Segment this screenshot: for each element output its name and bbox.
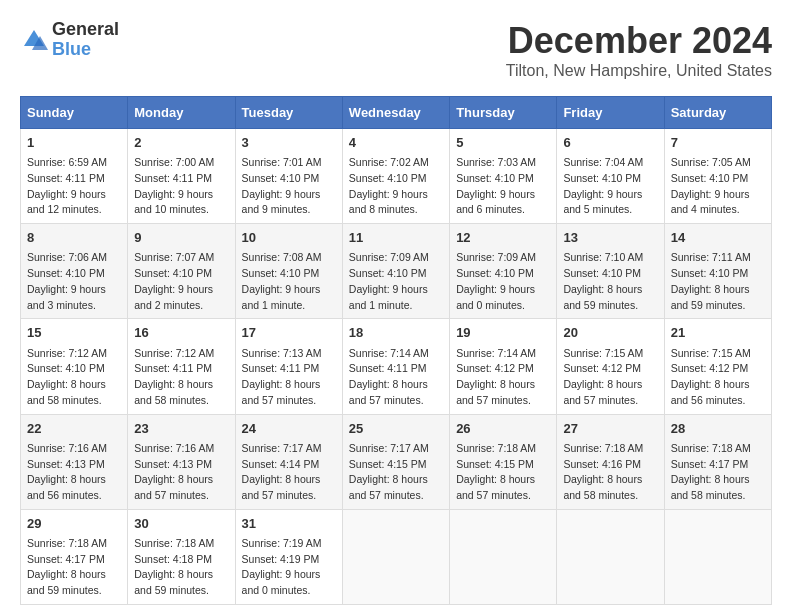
calendar-cell: 20Sunrise: 7:15 AM Sunset: 4:12 PM Dayli…	[557, 319, 664, 414]
calendar-cell: 9Sunrise: 7:07 AM Sunset: 4:10 PM Daylig…	[128, 224, 235, 319]
calendar-cell: 1Sunrise: 6:59 AM Sunset: 4:11 PM Daylig…	[21, 129, 128, 224]
calendar-cell: 26Sunrise: 7:18 AM Sunset: 4:15 PM Dayli…	[450, 414, 557, 509]
day-info: Sunrise: 6:59 AM Sunset: 4:11 PM Dayligh…	[27, 155, 121, 218]
day-number: 31	[242, 515, 336, 533]
week-row-2: 8Sunrise: 7:06 AM Sunset: 4:10 PM Daylig…	[21, 224, 772, 319]
day-number: 10	[242, 229, 336, 247]
day-number: 9	[134, 229, 228, 247]
day-info: Sunrise: 7:02 AM Sunset: 4:10 PM Dayligh…	[349, 155, 443, 218]
calendar-cell: 5Sunrise: 7:03 AM Sunset: 4:10 PM Daylig…	[450, 129, 557, 224]
calendar-cell: 4Sunrise: 7:02 AM Sunset: 4:10 PM Daylig…	[342, 129, 449, 224]
day-number: 17	[242, 324, 336, 342]
day-info: Sunrise: 7:14 AM Sunset: 4:12 PM Dayligh…	[456, 346, 550, 409]
header-day-saturday: Saturday	[664, 97, 771, 129]
calendar-cell: 18Sunrise: 7:14 AM Sunset: 4:11 PM Dayli…	[342, 319, 449, 414]
day-info: Sunrise: 7:04 AM Sunset: 4:10 PM Dayligh…	[563, 155, 657, 218]
calendar-cell: 21Sunrise: 7:15 AM Sunset: 4:12 PM Dayli…	[664, 319, 771, 414]
day-info: Sunrise: 7:12 AM Sunset: 4:10 PM Dayligh…	[27, 346, 121, 409]
day-info: Sunrise: 7:15 AM Sunset: 4:12 PM Dayligh…	[671, 346, 765, 409]
calendar-cell: 31Sunrise: 7:19 AM Sunset: 4:19 PM Dayli…	[235, 509, 342, 604]
day-number: 29	[27, 515, 121, 533]
day-number: 30	[134, 515, 228, 533]
day-number: 20	[563, 324, 657, 342]
day-info: Sunrise: 7:17 AM Sunset: 4:14 PM Dayligh…	[242, 441, 336, 504]
header-day-wednesday: Wednesday	[342, 97, 449, 129]
day-info: Sunrise: 7:07 AM Sunset: 4:10 PM Dayligh…	[134, 250, 228, 313]
title-section: December 2024 Tilton, New Hampshire, Uni…	[506, 20, 772, 80]
calendar-cell: 27Sunrise: 7:18 AM Sunset: 4:16 PM Dayli…	[557, 414, 664, 509]
day-number: 1	[27, 134, 121, 152]
calendar-cell: 8Sunrise: 7:06 AM Sunset: 4:10 PM Daylig…	[21, 224, 128, 319]
day-number: 8	[27, 229, 121, 247]
day-number: 16	[134, 324, 228, 342]
day-number: 22	[27, 420, 121, 438]
month-title: December 2024	[506, 20, 772, 62]
calendar-cell: 2Sunrise: 7:00 AM Sunset: 4:11 PM Daylig…	[128, 129, 235, 224]
calendar-cell: 15Sunrise: 7:12 AM Sunset: 4:10 PM Dayli…	[21, 319, 128, 414]
calendar-cell: 22Sunrise: 7:16 AM Sunset: 4:13 PM Dayli…	[21, 414, 128, 509]
day-number: 19	[456, 324, 550, 342]
calendar-cell: 12Sunrise: 7:09 AM Sunset: 4:10 PM Dayli…	[450, 224, 557, 319]
calendar-cell: 25Sunrise: 7:17 AM Sunset: 4:15 PM Dayli…	[342, 414, 449, 509]
header-day-monday: Monday	[128, 97, 235, 129]
day-info: Sunrise: 7:18 AM Sunset: 4:16 PM Dayligh…	[563, 441, 657, 504]
day-info: Sunrise: 7:09 AM Sunset: 4:10 PM Dayligh…	[349, 250, 443, 313]
day-number: 14	[671, 229, 765, 247]
week-row-5: 29Sunrise: 7:18 AM Sunset: 4:17 PM Dayli…	[21, 509, 772, 604]
day-number: 6	[563, 134, 657, 152]
calendar-cell: 6Sunrise: 7:04 AM Sunset: 4:10 PM Daylig…	[557, 129, 664, 224]
day-number: 7	[671, 134, 765, 152]
day-info: Sunrise: 7:08 AM Sunset: 4:10 PM Dayligh…	[242, 250, 336, 313]
day-number: 25	[349, 420, 443, 438]
day-info: Sunrise: 7:14 AM Sunset: 4:11 PM Dayligh…	[349, 346, 443, 409]
calendar-cell: 7Sunrise: 7:05 AM Sunset: 4:10 PM Daylig…	[664, 129, 771, 224]
calendar-cell: 19Sunrise: 7:14 AM Sunset: 4:12 PM Dayli…	[450, 319, 557, 414]
day-info: Sunrise: 7:11 AM Sunset: 4:10 PM Dayligh…	[671, 250, 765, 313]
day-info: Sunrise: 7:15 AM Sunset: 4:12 PM Dayligh…	[563, 346, 657, 409]
day-info: Sunrise: 7:10 AM Sunset: 4:10 PM Dayligh…	[563, 250, 657, 313]
logo-blue: Blue	[52, 40, 119, 60]
day-number: 28	[671, 420, 765, 438]
page-header: General Blue December 2024 Tilton, New H…	[20, 20, 772, 80]
calendar-cell: 11Sunrise: 7:09 AM Sunset: 4:10 PM Dayli…	[342, 224, 449, 319]
day-number: 11	[349, 229, 443, 247]
calendar-cell	[557, 509, 664, 604]
header-day-tuesday: Tuesday	[235, 97, 342, 129]
day-number: 21	[671, 324, 765, 342]
day-info: Sunrise: 7:06 AM Sunset: 4:10 PM Dayligh…	[27, 250, 121, 313]
header-row: SundayMondayTuesdayWednesdayThursdayFrid…	[21, 97, 772, 129]
header-day-sunday: Sunday	[21, 97, 128, 129]
day-number: 13	[563, 229, 657, 247]
calendar-cell	[664, 509, 771, 604]
calendar-cell: 16Sunrise: 7:12 AM Sunset: 4:11 PM Dayli…	[128, 319, 235, 414]
day-number: 26	[456, 420, 550, 438]
calendar-cell	[450, 509, 557, 604]
calendar-cell: 28Sunrise: 7:18 AM Sunset: 4:17 PM Dayli…	[664, 414, 771, 509]
day-number: 4	[349, 134, 443, 152]
day-number: 3	[242, 134, 336, 152]
calendar-table: SundayMondayTuesdayWednesdayThursdayFrid…	[20, 96, 772, 605]
day-number: 18	[349, 324, 443, 342]
header-day-friday: Friday	[557, 97, 664, 129]
day-info: Sunrise: 7:05 AM Sunset: 4:10 PM Dayligh…	[671, 155, 765, 218]
day-info: Sunrise: 7:03 AM Sunset: 4:10 PM Dayligh…	[456, 155, 550, 218]
calendar-cell: 13Sunrise: 7:10 AM Sunset: 4:10 PM Dayli…	[557, 224, 664, 319]
day-info: Sunrise: 7:13 AM Sunset: 4:11 PM Dayligh…	[242, 346, 336, 409]
day-number: 12	[456, 229, 550, 247]
header-day-thursday: Thursday	[450, 97, 557, 129]
day-info: Sunrise: 7:01 AM Sunset: 4:10 PM Dayligh…	[242, 155, 336, 218]
day-info: Sunrise: 7:16 AM Sunset: 4:13 PM Dayligh…	[134, 441, 228, 504]
week-row-3: 15Sunrise: 7:12 AM Sunset: 4:10 PM Dayli…	[21, 319, 772, 414]
day-number: 2	[134, 134, 228, 152]
calendar-cell: 23Sunrise: 7:16 AM Sunset: 4:13 PM Dayli…	[128, 414, 235, 509]
day-info: Sunrise: 7:18 AM Sunset: 4:15 PM Dayligh…	[456, 441, 550, 504]
week-row-1: 1Sunrise: 6:59 AM Sunset: 4:11 PM Daylig…	[21, 129, 772, 224]
day-info: Sunrise: 7:18 AM Sunset: 4:18 PM Dayligh…	[134, 536, 228, 599]
day-info: Sunrise: 7:19 AM Sunset: 4:19 PM Dayligh…	[242, 536, 336, 599]
calendar-cell: 30Sunrise: 7:18 AM Sunset: 4:18 PM Dayli…	[128, 509, 235, 604]
calendar-cell: 10Sunrise: 7:08 AM Sunset: 4:10 PM Dayli…	[235, 224, 342, 319]
logo-text: General Blue	[52, 20, 119, 60]
logo: General Blue	[20, 20, 119, 60]
logo-general: General	[52, 20, 119, 40]
day-number: 5	[456, 134, 550, 152]
